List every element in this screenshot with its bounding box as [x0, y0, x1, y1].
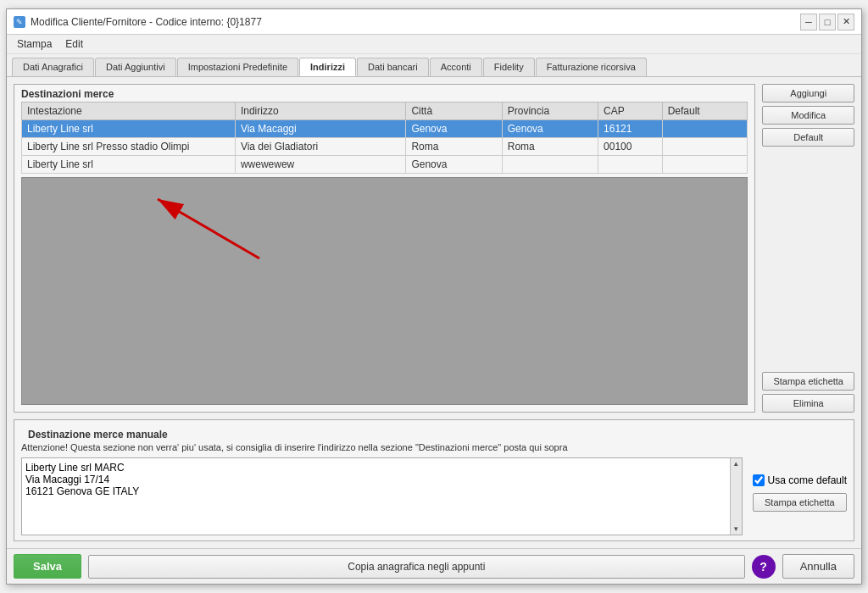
- save-button[interactable]: Salva: [14, 554, 81, 579]
- col-provincia: Provincia: [502, 103, 598, 120]
- destinazioni-merce-title: Destinazioni merce: [14, 85, 754, 102]
- col-indirizzo: Indirizzo: [235, 103, 406, 120]
- cell-3: [502, 156, 598, 174]
- title-bar: ✎ Modifica Cliente/Fornitore - Codice in…: [7, 9, 861, 35]
- table-row[interactable]: Liberty Line srl Presso stadio OlimpiVia…: [22, 138, 748, 156]
- window-icon: ✎: [14, 16, 25, 28]
- tab-impostazioni-predefinite[interactable]: Impostazioni Predefinite: [177, 58, 298, 76]
- cancel-button[interactable]: Annulla: [782, 554, 854, 579]
- title-controls: ─ □ ✕: [800, 14, 854, 30]
- vertical-scrollbar[interactable]: ▲ ▼: [730, 458, 742, 535]
- manual-textarea-wrap: ▲ ▼: [21, 457, 743, 535]
- title-bar-left: ✎ Modifica Cliente/Fornitore - Codice in…: [14, 16, 262, 28]
- empty-table-area: [21, 177, 748, 405]
- manual-address-textarea[interactable]: [22, 458, 730, 535]
- tab-dati-anagrafici[interactable]: Dati Anagrafici: [12, 58, 94, 76]
- scroll-down-arrow[interactable]: ▼: [732, 525, 739, 533]
- cell-5: [662, 138, 748, 156]
- red-arrow-annotation: [107, 182, 276, 267]
- close-button[interactable]: ✕: [837, 14, 854, 30]
- cell-1: Via Macaggi: [235, 120, 406, 138]
- destinazioni-merce-section: Destinazioni merce Intestazione Indirizz…: [14, 84, 755, 413]
- tab-indirizzi[interactable]: Indirizzi: [299, 58, 356, 76]
- bottom-bar: Salva Copia anagrafica negli appunti ? A…: [7, 548, 861, 584]
- col-default: Default: [662, 103, 748, 120]
- col-cap: CAP: [598, 103, 663, 120]
- main-window: ✎ Modifica Cliente/Fornitore - Codice in…: [6, 8, 862, 585]
- usa-default-label: Usa come default: [768, 474, 847, 486]
- scroll-up-arrow[interactable]: ▲: [732, 460, 739, 468]
- cell-2: Genova: [406, 156, 502, 174]
- main-content: Destinazioni merce Intestazione Indirizz…: [7, 77, 861, 548]
- cell-0: Liberty Line srl Presso stadio Olimpi: [22, 138, 236, 156]
- cell-3: Roma: [502, 138, 598, 156]
- destinazione-manuale-section: Destinazione merce manuale Attenzione! Q…: [14, 419, 854, 541]
- manual-right-panel: Usa come default Stampa etichetta: [753, 457, 847, 512]
- menu-edit[interactable]: Edit: [58, 36, 90, 52]
- elimina-button[interactable]: Elimina: [762, 394, 854, 413]
- manual-section-title: Destinazione merce manuale: [21, 425, 847, 442]
- cell-2: Roma: [406, 138, 502, 156]
- cell-0: Liberty Line srl: [22, 156, 236, 174]
- table-row[interactable]: Liberty Line srlwwewewewGenova: [22, 156, 748, 174]
- menu-stampa[interactable]: Stampa: [10, 36, 58, 52]
- aggiungi-button[interactable]: Aggiungi: [762, 84, 854, 103]
- cell-0: Liberty Line srl: [22, 120, 236, 138]
- buttons-panel: Aggiungi Modifica Default Stampa etichet…: [762, 84, 854, 413]
- cell-4: [598, 156, 663, 174]
- tab-dati-bancari[interactable]: Dati bancari: [357, 58, 429, 76]
- cell-2: Genova: [406, 120, 502, 138]
- tabs-bar: Dati Anagrafici Dati Aggiuntivi Impostaz…: [7, 54, 861, 77]
- copy-anagrafica-button[interactable]: Copia anagrafica negli appunti: [88, 555, 745, 579]
- tab-fidelity[interactable]: Fidelity: [483, 58, 535, 76]
- tab-acconti[interactable]: Acconti: [430, 58, 482, 76]
- cell-1: Via dei Gladiatori: [235, 138, 406, 156]
- table-row[interactable]: Liberty Line srlVia MacaggiGenovaGenova1…: [22, 120, 748, 138]
- default-button[interactable]: Default: [762, 128, 854, 147]
- table-area: Intestazione Indirizzo Città Provincia C…: [14, 102, 754, 177]
- stampa-etichetta-manual-button[interactable]: Stampa etichetta: [753, 493, 847, 512]
- menu-bar: Stampa Edit: [7, 35, 861, 54]
- destinations-table: Intestazione Indirizzo Città Provincia C…: [21, 102, 748, 174]
- modifica-button[interactable]: Modifica: [762, 106, 854, 125]
- cell-5: [662, 120, 748, 138]
- svg-line-1: [158, 199, 259, 258]
- tab-fatturazione-ricorsiva[interactable]: Fatturazione ricorsiva: [536, 58, 647, 76]
- minimize-button[interactable]: ─: [800, 14, 817, 30]
- cell-5: [662, 156, 748, 174]
- window-title: Modifica Cliente/Fornitore - Codice inte…: [31, 16, 262, 28]
- cell-1: wwewewew: [235, 156, 406, 174]
- textarea-container: ▲ ▼: [21, 457, 743, 535]
- cell-3: Genova: [502, 120, 598, 138]
- col-citta: Città: [406, 103, 502, 120]
- tab-dati-aggiuntivi[interactable]: Dati Aggiuntivi: [95, 58, 176, 76]
- stampa-etichetta-button[interactable]: Stampa etichetta: [762, 372, 854, 391]
- help-button[interactable]: ?: [752, 555, 776, 579]
- manual-warning-text: Attenzione! Questa sezione non verra' pi…: [21, 442, 847, 452]
- usa-default-checkbox[interactable]: [753, 474, 765, 486]
- cell-4: 16121: [598, 120, 663, 138]
- manual-inner: ▲ ▼ Usa come default Stampa etichetta: [21, 457, 847, 535]
- usa-default-row: Usa come default: [753, 474, 847, 486]
- cell-4: 00100: [598, 138, 663, 156]
- col-intestazione: Intestazione: [22, 103, 236, 120]
- maximize-button[interactable]: □: [819, 14, 836, 30]
